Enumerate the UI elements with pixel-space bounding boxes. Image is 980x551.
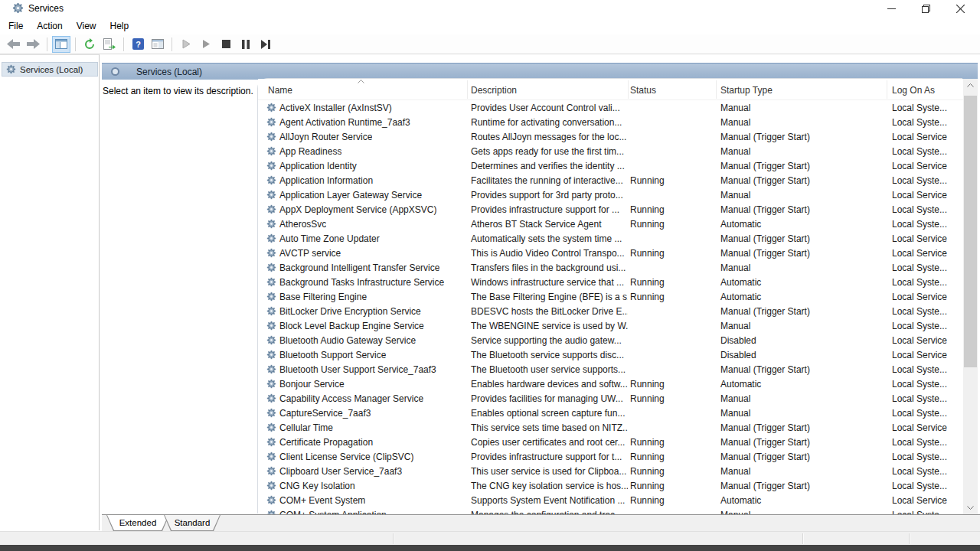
table-row[interactable]: Block Level Backup Engine Service The WB… [258,318,963,333]
service-startup-type-cell: Manual [716,262,887,273]
table-row[interactable]: Base Filtering Engine The Base Filtering… [258,289,963,304]
service-logon-cell: Local Syste... [887,364,963,375]
menu-file[interactable]: File [2,18,30,34]
column-divider[interactable] [467,80,468,99]
export-list-icon[interactable] [100,36,119,53]
show-action-pane-icon[interactable] [149,36,167,53]
column-header-startup[interactable]: Startup Type [720,85,773,96]
menu-action[interactable]: Action [30,18,69,34]
tab-standard[interactable]: Standard [164,515,220,531]
service-logon-cell: Local Service [887,422,963,433]
table-row[interactable]: ActiveX Installer (AxInstSV) Provides Us… [258,100,963,115]
service-logon-cell: Local Service [887,161,963,171]
table-row[interactable]: CNG Key Isolation The CNG key isolation … [258,478,963,493]
close-button[interactable] [943,0,978,17]
table-row[interactable]: Capability Access Manager Service Provid… [258,391,963,406]
table-row[interactable]: Background Tasks Infrastructure Service … [258,275,963,289]
column-divider[interactable] [716,80,717,99]
service-name-cell: Bluetooth User Support Service_7aaf3 [258,364,467,375]
service-name-cell: AppX Deployment Service (AppXSVC) [258,204,467,215]
table-row[interactable]: Background Intelligent Transfer Service … [258,260,963,275]
help-icon[interactable]: ? [129,36,147,53]
minimize-button[interactable] [874,0,909,17]
table-row[interactable]: Auto Time Zone Updater Automatically set… [258,231,963,246]
service-description-cell: Automatically sets the system time ... [467,233,628,244]
play-service-icon[interactable] [197,36,215,53]
table-row[interactable]: AVCTP service This is Audio Video Contro… [258,246,963,260]
window-title: Services [28,3,64,14]
service-name-cell: Auto Time Zone Updater [258,233,467,244]
start-service-icon[interactable] [177,36,195,53]
column-divider[interactable] [887,80,887,99]
forward-arrow-icon[interactable] [24,36,42,53]
service-startup-type-cell: Automatic [716,495,887,506]
table-row[interactable]: Application Identity Determines and veri… [258,158,963,173]
table-row[interactable]: Application Information Facilitates the … [258,173,963,187]
back-arrow-icon[interactable] [4,36,22,53]
menu-help[interactable]: Help [103,18,136,34]
service-name-cell: AllJoyn Router Service [258,132,467,142]
services-banner: Services (Local) [102,63,978,80]
service-description-cell: Provides infrastructure support for t... [467,452,628,462]
tree-item-services-local[interactable]: Services (Local) [2,62,98,77]
service-gear-icon [266,277,276,287]
column-header-description[interactable]: Description [471,85,517,96]
pause-service-icon[interactable] [237,36,255,53]
table-row[interactable]: Agent Activation Runtime_7aaf3 Runtime f… [258,115,963,129]
service-name-cell: Background Intelligent Transfer Service [258,262,467,273]
table-row[interactable]: Certificate Propagation Copies user cert… [258,435,963,449]
service-logon-cell: Local Service [887,190,963,201]
service-name-cell: Certificate Propagation [258,437,467,448]
table-row[interactable]: COM+ Event System Supports System Event … [258,493,963,507]
service-gear-icon [266,495,276,505]
scrollbar-thumb[interactable] [964,96,977,367]
tab-extended[interactable]: Extended [106,515,169,531]
services-window: Services File Action View Help [0,0,980,551]
refresh-icon[interactable] [80,36,99,53]
table-row[interactable]: Bluetooth Audio Gateway Service Service … [258,333,963,347]
table-row[interactable]: Bluetooth User Support Service_7aaf3 The… [258,362,963,377]
service-gear-icon [266,350,276,360]
show-console-tree-icon[interactable] [52,36,70,53]
view-tabs: Extended Standard [102,514,980,531]
scroll-up-icon[interactable] [963,79,978,92]
service-gear-icon [266,132,276,142]
column-header-name[interactable]: Name [268,85,292,96]
table-row[interactable]: AtherosSvc Atheros BT Stack Service Agen… [258,217,963,231]
stop-service-icon[interactable] [217,36,235,53]
service-description-cell: The Bluetooth user service supports... [467,364,628,375]
table-row[interactable]: Bluetooth Support Service The Bluetooth … [258,347,963,362]
table-row[interactable]: Client License Service (ClipSVC) Provide… [258,449,963,464]
service-logon-cell: Local Service [887,132,963,142]
table-row[interactable]: Application Layer Gateway Service Provid… [258,187,963,202]
service-gear-icon [266,452,276,461]
table-row[interactable]: App Readiness Gets apps ready for use th… [258,144,963,158]
table-row[interactable]: CaptureService_7aaf3 Enables optional sc… [258,406,963,420]
service-name-cell: CaptureService_7aaf3 [258,408,467,419]
vertical-scrollbar[interactable] [963,79,978,514]
svg-text:?: ? [136,40,141,49]
scroll-down-icon[interactable] [963,501,978,514]
toolbar-separator [47,37,47,51]
service-description-cell: The Base Filtering Engine (BFE) is a s..… [467,292,628,302]
service-startup-type-cell: Automatic [716,277,887,288]
table-row[interactable]: BitLocker Drive Encryption Service BDESV… [258,304,963,318]
restore-button[interactable] [909,0,943,17]
table-row[interactable]: COM+ System Application Manages the conf… [258,507,963,514]
column-header-logon[interactable]: Log On As [892,85,935,96]
restart-service-icon[interactable] [256,36,275,53]
column-header-status[interactable]: Status [630,85,656,96]
status-bar-divider [909,533,910,544]
service-logon-cell: Local Syste... [887,321,963,331]
service-gear-icon [266,364,276,374]
status-bar-divider [802,533,803,544]
column-divider[interactable] [628,80,629,99]
table-row[interactable]: Cellular Time This service sets time bas… [258,420,963,435]
service-gear-icon [266,408,276,418]
table-row[interactable]: Bonjour Service Enables hardware devices… [258,377,963,391]
table-row[interactable]: AllJoyn Router Service Routes AllJoyn me… [258,129,963,144]
table-row[interactable]: AppX Deployment Service (AppXSVC) Provid… [258,202,963,217]
service-gear-icon [266,466,276,476]
menu-view[interactable]: View [70,18,103,34]
table-row[interactable]: Clipboard User Service_7aaf3 This user s… [258,464,963,478]
